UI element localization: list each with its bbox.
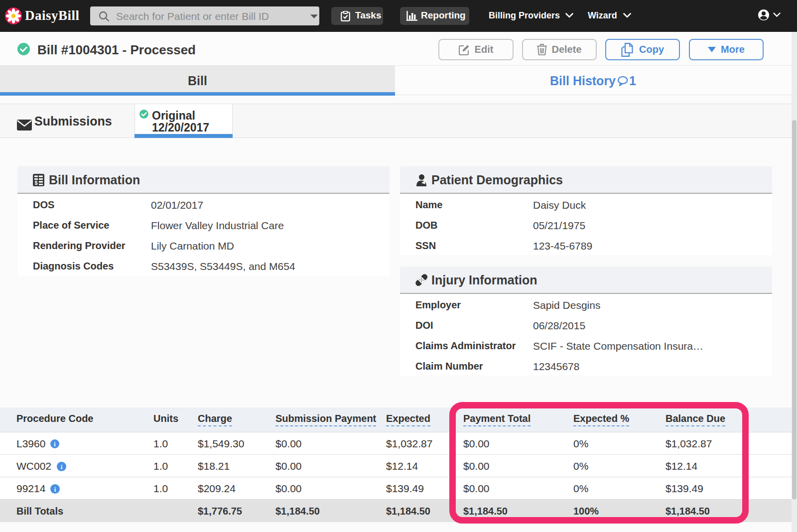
svg-text:i: i (61, 463, 63, 471)
svg-text:$: $ (35, 180, 38, 186)
svg-text:i: i (54, 486, 56, 493)
svg-text:i: i (54, 441, 56, 448)
